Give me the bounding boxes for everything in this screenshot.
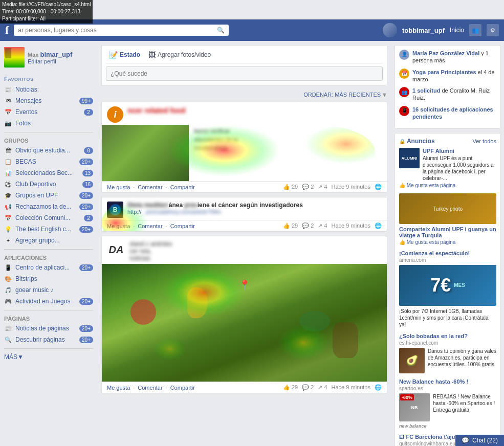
post1-likes-count: 👍 29 [283,184,298,190]
ad-comparteix-like[interactable]: 👍 Me gusta esta página [399,239,496,245]
paginas-label: PÁGINAS [0,314,97,323]
sidebar-item-eventos[interactable]: 📅 Eventos 2 [0,106,97,118]
post2-stats: 👍 29 💬 2 ↗ 4 Hace 9 minutos 🌐 [283,222,382,229]
ad-nb-image: -60% NB [399,393,430,421]
search-bar[interactable]: 🔍 [14,25,229,36]
search-input[interactable] [18,27,217,34]
notif3-req[interactable]: 1 solicitud [412,87,440,94]
post3-comments-count: 💬 2 [302,384,314,391]
ad-amena-name[interactable]: ¡Comienza el espectáculo! [399,250,496,256]
ad-nb-content: -60% NB REBAJAS ! New Balance hasta -60%… [399,393,496,421]
post2-meta: Dieta mediterránea previene el cáncer se… [127,202,382,215]
tab-estado[interactable]: 📝 Estado [106,50,143,60]
sort-link[interactable]: ORDENAR: MÁS RECIENTES [303,92,381,98]
post1-comment-btn[interactable]: Comentar [138,184,162,190]
grupo-item-5[interactable]: 📢 Rechazamos la de... 20+ [0,201,97,212]
nav-username[interactable]: tobbimar_upf [402,27,445,34]
app-icon-1: 🎨 [4,275,12,283]
grupo-item-1[interactable]: 📋 BECAS 20+ [0,156,97,167]
notif1-name[interactable]: María Paz González Vidal [412,50,479,56]
ad-epanel-name[interactable]: ¿Solo bobadas en la red? [399,333,496,339]
grupo-icon-5: 📢 [4,203,12,211]
notif3-text: 1 solicitud de Coralito M. Ruiz Ruiz. [412,87,496,102]
app-item-0[interactable]: 📱 Centro de aplicaci... 20+ [0,262,97,273]
ad-comparteix-name[interactable]: Comparteix Alumni UPF i guanya un viatge… [399,226,496,238]
ad-epanel-site: es.hi-epanel.com [399,340,496,346]
notif2-event[interactable]: Yoga para Principiantes [412,69,476,75]
grupo-item-0[interactable]: 🏛 Obvio que estudia... 8 [0,145,97,156]
sidebar-item-fotos[interactable]: 📷 Fotos [0,118,97,129]
sort-arrow: ▼ [382,92,387,98]
post1-like-btn[interactable]: Me gusta [107,184,130,190]
app-item-2[interactable]: 🎵 goear music ♪ [0,284,97,296]
notif4-apps[interactable]: 16 solicitudes de aplicaciones pendiente… [412,106,493,120]
post2-comment-btn[interactable]: Comentar [138,223,162,229]
app-label-0: Centro de aplicaci... [15,264,76,271]
left-sidebar: Max bimar_upf Editar perfil FAVORITOS 📰 … [0,41,97,446]
nav-inicio-btn[interactable]: Inicio [450,27,464,34]
ad-amena-site: amena.com [399,257,496,263]
grupo-item-7[interactable]: 💡 The best English c... 20+ [0,224,97,235]
grupo-icon-7: 💡 [4,225,12,233]
post3-time: Hace 9 minutos [332,384,370,391]
pagina-item-0[interactable]: 📰 Noticias de páginas 20+ [0,323,97,334]
grupo-label-6: Colección Comuni... [15,214,81,221]
post2-globe-icon: 🌐 [375,222,382,229]
grupo-label-0: Obvio que estudia... [15,147,81,154]
sidebar-item-mensajes[interactable]: ✉ Mensajes 99+ [0,95,97,106]
post2-link[interactable]: http://...prensadehoy.com/article?49m [127,209,382,215]
app-badge-3: 20+ [79,298,93,305]
notif2-icon: 📅 [399,69,409,79]
ads-see-all[interactable]: Ver todos [473,138,496,144]
info-bar: Media: file:///C:/FB/caso1/caso_s4.html … [0,0,93,24]
composer-input[interactable] [106,66,383,81]
profile-edit-link[interactable]: Editar perfil [28,58,72,64]
label-0: Mensajes [15,97,76,104]
ad-epanel-image: 🥑 [399,348,425,373]
tab-fotos[interactable]: 🖼 Agregar fotos/video [145,50,214,60]
icon-0: ✉ [4,97,12,105]
ad-amena-image: 7€ MES [399,265,496,306]
nav-friends-icon[interactable]: 👥 [469,24,481,36]
ad-nb-name[interactable]: New Balance hasta -60% ! [399,378,496,385]
ad-comparteix: Turkey photo Comparteix Alumni UPF i gua… [399,193,496,245]
profile-name[interactable]: Max bimar_upf [28,51,72,58]
sidebar-noticias[interactable]: 📰 Noticias: [0,84,97,95]
notif4-text: 16 solicitudes de aplicaciones pendiente… [412,106,496,121]
chat-bar[interactable]: 💬 Chat (22) [455,435,504,446]
post2-title: Dieta mediterránea previene el cáncer se… [127,202,382,209]
post2-actions: Me gusta · Comentar · Compartir 👍 29 💬 2… [102,220,387,231]
grupo-badge-7: 20+ [79,226,93,233]
post3-comment-btn[interactable]: Comentar [138,385,162,391]
app-item-3[interactable]: 🎮 Actividad en Juegos 20+ [0,296,97,307]
post3-like-btn[interactable]: Me gusta [107,385,130,391]
grupos-items: 🏛 Obvio que estudia... 8 📋 BECAS 20+ 📊 S… [0,145,97,246]
ad-epanel-desc: Danos tu opinión y gana vales de Amazon.… [428,348,496,373]
grupo-icon-8: + [4,236,12,244]
app-item-1[interactable]: 🎨 Bitstrips [0,273,97,284]
grupo-item-8[interactable]: + Agregar grupo... [0,235,97,246]
ad-upf-name[interactable]: UPF Alumni [423,148,496,154]
tab-fotos-label: Agregar fotos/video [158,51,211,58]
post3-share-btn[interactable]: Compartir [170,385,195,391]
post1-body-line1: llanos verificar [194,128,230,134]
post1-title: ncer related food [127,106,382,115]
ad-amena-desc: ¡Sólo por 7€! Internet 1GB, llamadas 1cé… [399,308,496,328]
ad-upf-like[interactable]: 👍 Me gusta esta página [399,183,496,188]
grupo-item-4[interactable]: 🎓 Grupos en UPF 20+ [0,190,97,201]
pagina-item-1[interactable]: 🔍 Descubrir páginas 20+ [0,334,97,345]
grupo-item-3[interactable]: ⚽ Club Deportivo 16 [0,179,97,190]
ad-nb-site: spartoo.es [399,386,496,391]
grupo-item-2[interactable]: 📊 Seleccionados Bec... 13 [0,167,97,179]
grupo-item-6[interactable]: 📅 Colección Comuni... 2 [0,212,97,224]
post2-like-btn[interactable]: Me gusta [107,223,130,229]
sidebar-mas[interactable]: MÁS▼ [0,352,97,362]
grupo-label-7: The best English c... [15,226,76,233]
post2-share-btn[interactable]: Compartir [170,223,195,229]
post1-share-btn[interactable]: Compartir [170,184,195,190]
app-label-2: goear music ♪ [15,286,93,294]
post3-da-logo: DA [107,240,125,259]
nav-settings-icon[interactable]: ⚙ [487,24,499,36]
fotos-icon: 🖼 [148,51,156,59]
grupo-label-5: Rechazamos la de... [15,203,76,210]
